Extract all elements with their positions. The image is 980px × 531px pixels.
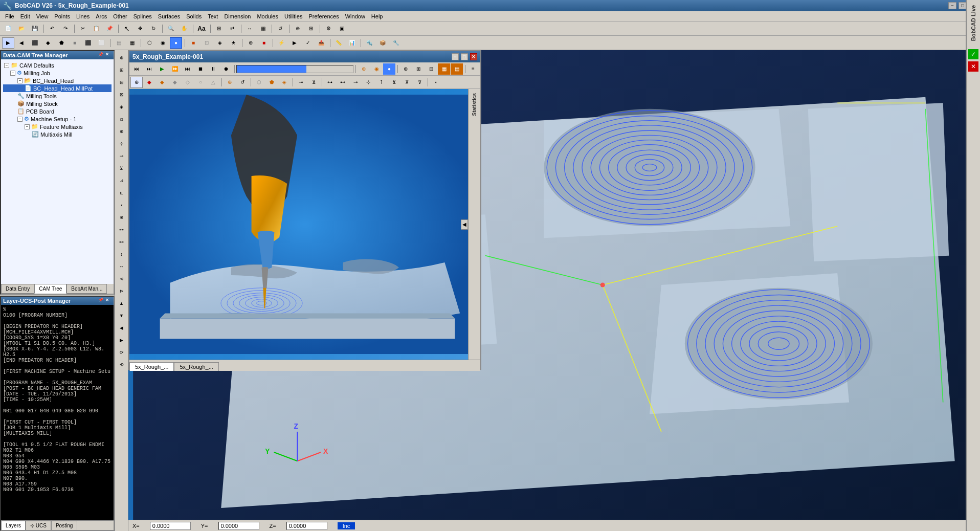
tree-item-milling-job[interactable]: − ⚙ Milling Job xyxy=(3,69,112,77)
vert-btn-24[interactable]: ▶ xyxy=(116,335,127,346)
font-button[interactable]: Aa xyxy=(195,23,208,34)
config-button[interactable]: ⚙ xyxy=(322,23,335,34)
machine-btn[interactable]: 🔩 xyxy=(363,37,375,49)
copy-button[interactable]: 📋 xyxy=(90,23,102,34)
tab-cam-tree[interactable]: CAM Tree xyxy=(34,284,66,294)
menu-item-solids[interactable]: Solids xyxy=(183,12,205,20)
tab-posting[interactable]: Posting xyxy=(51,521,77,530)
dlg-path-btn1[interactable]: ⊶ xyxy=(324,77,336,88)
dlg-view-btn4[interactable]: ◆ xyxy=(169,77,181,88)
menu-item-points[interactable]: Points xyxy=(51,12,73,20)
cam-ops-btn5[interactable]: ▤ xyxy=(451,63,463,75)
dlg-cut-btn1[interactable]: ⊸ xyxy=(295,77,307,88)
vert-btn-5[interactable]: ◈ xyxy=(116,101,127,113)
inc-button[interactable]: Inc xyxy=(338,522,355,529)
dlg-view-btn6[interactable]: ○ xyxy=(194,77,207,88)
dlg-path-btn6[interactable]: ⊻ xyxy=(388,77,400,88)
menu-item-surfaces[interactable]: Surfaces xyxy=(155,12,183,20)
solid-view[interactable]: ■ xyxy=(187,37,199,49)
dlg-shape-btn1[interactable]: ⬡ xyxy=(253,77,265,88)
play-rewind[interactable]: ⏮ xyxy=(130,63,143,75)
measure-btn[interactable]: 📏 xyxy=(332,37,345,49)
pattern-button[interactable]: ▦ xyxy=(257,23,269,34)
cam-ops-btn4[interactable]: ▦ xyxy=(438,63,450,75)
view-color-btn[interactable]: ◉ xyxy=(370,63,383,75)
collapse-arrow[interactable]: ◀ xyxy=(461,219,468,230)
cam-btn2[interactable]: ◀ xyxy=(15,37,28,49)
menu-item-edit[interactable]: Edit xyxy=(17,12,33,20)
play-end[interactable]: ⏭ xyxy=(182,63,194,75)
vert-btn-23[interactable]: ◀ xyxy=(116,322,127,334)
new-button[interactable]: 📄 xyxy=(2,23,14,34)
render-btn[interactable]: ★ xyxy=(227,37,239,49)
expand-cam-defaults[interactable]: − xyxy=(4,63,9,68)
tree-item-machine-setup[interactable]: − ⚙ Machine Setup - 1 xyxy=(3,115,112,123)
vert-btn-22[interactable]: ▼ xyxy=(116,310,127,321)
zoom-button[interactable]: 🔍 xyxy=(165,23,177,34)
tree-item-feature-multiaxis[interactable]: − 📁 Feature Multiaxis xyxy=(3,123,112,130)
dlg-view-btn1[interactable]: ⊕ xyxy=(130,77,143,88)
dlg-view-btn5[interactable]: ◇ xyxy=(182,77,194,88)
dlg-path-btn8[interactable]: ⊽ xyxy=(413,77,426,88)
dlg-misc-btn1[interactable]: ⋆ xyxy=(430,77,442,88)
snap-button[interactable]: ⊕ xyxy=(292,23,304,34)
refresh-button[interactable]: ↺ xyxy=(274,23,286,34)
menu-item-arcs[interactable]: Arcs xyxy=(93,12,110,20)
dlg-op-btn2[interactable]: ↺ xyxy=(236,77,249,88)
post-pin[interactable]: 📌 xyxy=(98,298,104,304)
dlg-path-btn3[interactable]: ⊸ xyxy=(349,77,362,88)
bobcad-live-icon1[interactable]: ✓ xyxy=(967,48,979,60)
view-persp[interactable]: ● xyxy=(170,37,182,49)
align-button[interactable]: ⊞ xyxy=(213,23,225,34)
menu-item-window[interactable]: Window xyxy=(342,12,368,20)
dialog-maximize[interactable]: □ xyxy=(461,53,468,60)
dlg-op-btn1[interactable]: ⊕ xyxy=(224,77,236,88)
vert-btn-12[interactable]: ⊾ xyxy=(116,187,127,198)
pan-button[interactable]: ✋ xyxy=(178,23,190,34)
menu-item-view[interactable]: View xyxy=(33,12,52,20)
verify-btn[interactable]: ✓ xyxy=(302,37,314,49)
dlg-path-btn7[interactable]: ⊼ xyxy=(400,77,413,88)
dialog-tab-2[interactable]: 5x_Rough_... xyxy=(174,362,218,371)
vert-btn-15[interactable]: ⊶ xyxy=(116,224,127,235)
dialog-tab-1[interactable]: 5x_Rough_... xyxy=(129,362,174,371)
analysis-btn[interactable]: 📊 xyxy=(346,37,358,49)
post-close[interactable]: ✕ xyxy=(105,298,112,304)
vert-btn-7[interactable]: ⊕ xyxy=(116,126,127,137)
dlg-view-btn3[interactable]: ◆ xyxy=(156,77,168,88)
view-top[interactable]: ▤ xyxy=(113,37,125,49)
menu-item-utilities[interactable]: Utilities xyxy=(281,12,305,20)
menu-item-other[interactable]: Other xyxy=(110,12,130,20)
grid-button[interactable]: ⊞ xyxy=(305,23,317,34)
vert-btn-3[interactable]: ⊟ xyxy=(116,77,127,88)
vert-btn-16[interactable]: ⊷ xyxy=(116,236,127,248)
vert-btn-11[interactable]: ⊿ xyxy=(116,175,127,186)
color-btn[interactable]: ■ xyxy=(258,37,270,49)
dimension-button[interactable]: ↔ xyxy=(243,23,256,34)
view-ortho[interactable]: ◉ xyxy=(157,37,169,49)
play-record[interactable]: ⏺ xyxy=(220,63,232,75)
vert-btn-19[interactable]: ⊲ xyxy=(116,273,127,284)
stats-btn[interactable]: ≡ xyxy=(467,63,479,75)
redo-button[interactable]: ↷ xyxy=(59,23,72,34)
stock-btn[interactable]: 📦 xyxy=(376,37,389,49)
mirror-button[interactable]: ⇄ xyxy=(226,23,238,34)
tab-ucs[interactable]: ⊹ UCS xyxy=(26,521,51,530)
rotate-button[interactable]: ↻ xyxy=(147,23,160,34)
expand-feature-multiaxis[interactable]: − xyxy=(25,124,30,129)
play-pause[interactable]: ⏸ xyxy=(207,63,219,75)
tree-item-pcb-board[interactable]: 📋 PCB Board xyxy=(3,107,112,115)
vert-btn-9[interactable]: ⊸ xyxy=(116,150,127,162)
cam-btn7[interactable]: ⬛ xyxy=(82,37,94,49)
menu-item-modules[interactable]: Modules xyxy=(254,12,281,20)
move-button[interactable]: ✥ xyxy=(134,23,146,34)
shade-view[interactable]: ◈ xyxy=(214,37,226,49)
vert-btn-17[interactable]: ↕ xyxy=(116,249,127,260)
dlg-view-btn7[interactable]: △ xyxy=(207,77,219,88)
menu-item-help[interactable]: Help xyxy=(368,12,386,20)
wire-view[interactable]: ⊡ xyxy=(201,37,213,49)
undo-button[interactable]: ↶ xyxy=(46,23,58,34)
dlg-path-btn5[interactable]: ⊺ xyxy=(375,77,387,88)
tree-item-bc-head[interactable]: − 📂 BC_Head_Head xyxy=(3,77,112,84)
minimize-button[interactable]: − xyxy=(948,2,956,9)
